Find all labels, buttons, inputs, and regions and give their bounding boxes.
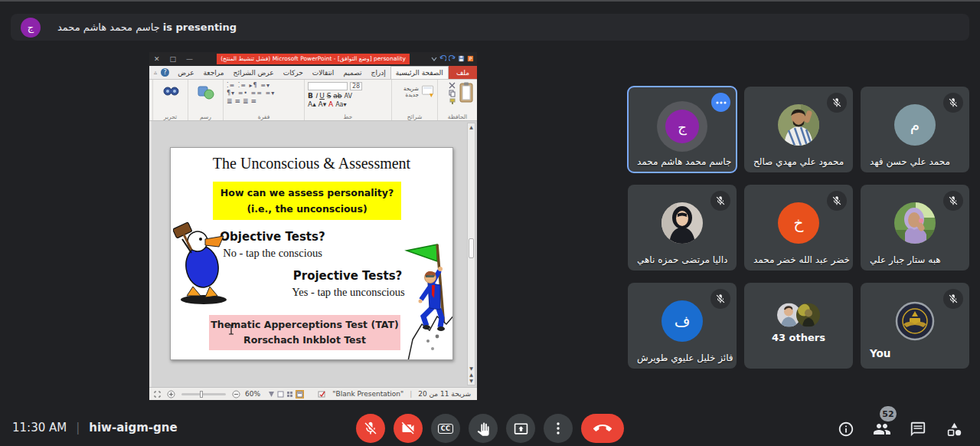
participant-tile-you[interactable]: You	[861, 283, 969, 369]
slide-projective-a: Yes - tap the unconscious	[279, 286, 417, 299]
mic-off-icon	[827, 93, 847, 113]
top-edge	[0, 0, 980, 2]
slide-yellow-highlight: How can we assess personality? (i.e., th…	[213, 182, 401, 220]
mic-off-icon	[943, 289, 963, 309]
avatar: م	[894, 104, 936, 146]
svg-text:P: P	[469, 56, 472, 61]
tab-design[interactable]: تصميم	[338, 66, 366, 79]
participant-tile[interactable]: ف فائز خليل عليوي طويرش	[628, 283, 737, 369]
tab-slideshow[interactable]: عرض الشرائح	[229, 66, 279, 79]
slide-projective-q: Projective Tests?	[286, 269, 409, 283]
chat-icon[interactable]	[909, 420, 927, 438]
mic-off-icon	[710, 289, 730, 309]
call-controls: CC	[356, 414, 624, 443]
end-call-button[interactable]	[581, 414, 624, 443]
ribbon-group-slides[interactable]: شريحة جديدة شرائح	[391, 80, 437, 120]
zoom-slider[interactable]	[181, 393, 226, 395]
present-button[interactable]	[506, 414, 535, 443]
participant-name: فائز خليل عليوي طويرش	[637, 353, 733, 363]
mic-off-icon	[710, 191, 730, 211]
participant-tile[interactable]: م محمد علي حسن فهد	[861, 87, 969, 172]
tab-transitions[interactable]: انتقالات	[308, 66, 339, 79]
fit-window-icon[interactable]	[154, 391, 161, 398]
ppt-window-title: personality [وضع التوافق] - Microsoft Po…	[217, 54, 410, 64]
shared-screen-powerpoint: ✕ □ — personality [وضع التوافق] - Micros…	[149, 52, 477, 400]
tile-menu-button[interactable]	[711, 93, 730, 112]
mic-off-icon	[827, 191, 847, 211]
zoom-in-icon[interactable]	[167, 390, 175, 398]
tab-insert[interactable]: إدراج	[367, 66, 390, 79]
participant-tile[interactable]: محمود علي مهدي صالح	[744, 87, 853, 172]
meeting-info: 11:30 AM | hiw-aigm-gne	[12, 421, 178, 435]
participant-name: داليا مرتضى حمزه ناهي	[637, 254, 727, 265]
tab-review[interactable]: مراجعة	[199, 66, 229, 79]
spellcheck-icon[interactable]	[318, 390, 326, 398]
others-avatars	[777, 303, 820, 327]
maximize-icon[interactable]: □	[170, 55, 177, 63]
mic-off-icon	[943, 191, 963, 211]
activities-icon[interactable]	[945, 420, 963, 438]
ribbon-group-drawing[interactable]: رسم	[188, 80, 223, 120]
help-icon[interactable]: ?	[161, 68, 169, 77]
avatar: ج	[657, 101, 707, 152]
avatar-logo	[894, 300, 936, 342]
participant-name: محمود علي مهدي صالح	[753, 156, 844, 167]
avatar-photo	[662, 202, 703, 244]
close-icon[interactable]: ✕	[154, 55, 160, 63]
participant-tile-others[interactable]: 43 others	[744, 283, 853, 369]
panel-icons	[837, 420, 963, 438]
ribbon-group-font[interactable]: 28 B I U S ab AV A▴ A▾ A Aa▾ خط	[304, 80, 391, 120]
slide-scrollbar[interactable]: ▲ ▼▲▼	[467, 123, 475, 385]
quick-access-toolbar[interactable]: P	[431, 55, 474, 62]
participant-name: هبه ستار جبار علي	[870, 254, 941, 265]
ribbon-group-clipboard[interactable]: الحافظة	[437, 80, 477, 120]
avatar-photo	[778, 104, 819, 146]
camera-off-button[interactable]	[394, 414, 423, 443]
mic-off-icon	[943, 93, 963, 113]
ppt-ribbon-tabs: ملف الصفحة الرئيسية إدراج تصميم انتقالات…	[149, 66, 477, 80]
participant-tile[interactable]: خ خضر عبد الله خضر محمد	[744, 185, 853, 271]
zoom-level[interactable]: 60%	[245, 390, 260, 398]
collapse-ribbon-icon[interactable]: ▵	[154, 69, 157, 76]
participant-name: جاسم محمد هاشم محمد	[637, 156, 731, 167]
tab-view[interactable]: عرض	[173, 66, 198, 79]
mic-off-button[interactable]	[356, 414, 385, 443]
clock: 11:30 AM	[12, 421, 67, 435]
zoom-out-icon[interactable]	[232, 390, 240, 398]
participant-tile[interactable]: داليا مرتضى حمزه ناهي	[628, 185, 737, 271]
view-buttons[interactable]	[268, 390, 304, 398]
participant-tile[interactable]: هبه ستار جبار علي	[861, 185, 969, 271]
avatar: ف	[662, 300, 703, 342]
slide-title: The Unconscious & Assessment	[171, 155, 452, 172]
presenting-text: جاسم محمد هاشم محمد is presenting	[57, 21, 237, 33]
others-count: 43 others	[744, 332, 853, 343]
tab-animations[interactable]: حركات	[279, 66, 308, 79]
text-cursor	[227, 324, 235, 335]
you-label: You	[870, 347, 890, 359]
participant-tile[interactable]: ج جاسم محمد هاشم محمد	[628, 87, 737, 172]
people-icon[interactable]	[873, 420, 891, 438]
slide[interactable]: The Unconscious & Assessment How can we …	[170, 147, 453, 360]
separator: |	[76, 421, 80, 435]
meeting-code: hiw-aigm-gne	[89, 421, 177, 435]
raise-hand-button[interactable]	[469, 414, 498, 443]
info-icon[interactable]	[837, 420, 855, 438]
participant-name: محمد علي حسن فهد	[870, 156, 950, 167]
ppt-statusbar: 60% "Blank Presentation" | شريحة 11 من 2…	[149, 387, 477, 400]
tab-home[interactable]: الصفحة الرئيسية	[390, 66, 449, 79]
participant-name: خضر عبد الله خضر محمد	[753, 254, 850, 265]
presenter-avatar: ج	[21, 18, 41, 38]
participant-count-badge: 52	[880, 406, 897, 421]
duck-cartoon	[173, 219, 234, 307]
captions-button[interactable]: CC	[431, 414, 460, 443]
ribbon-group-editing[interactable]: تحرير	[152, 80, 188, 120]
tab-file[interactable]: ملف	[449, 66, 477, 79]
slide-pink-highlight: Thematic Apperceptions Test (TAT) Rorsch…	[209, 315, 400, 350]
ppt-titlebar: ✕ □ — personality [وضع التوافق] - Micros…	[149, 52, 477, 66]
avatar: خ	[778, 202, 819, 244]
avatar-photo	[894, 202, 936, 244]
ribbon-group-paragraph[interactable]: ⁚≡ ⁚≡ ▸¶ ≡▾ ¶▾ ≡• ≡≡ ≡▾ ≣≡≣≡ فقرة	[223, 80, 304, 120]
presenting-banner: ج جاسم محمد هاشم محمد is presenting	[11, 14, 969, 41]
more-options-button[interactable]	[544, 414, 573, 443]
minimize-icon[interactable]: —	[186, 55, 193, 63]
